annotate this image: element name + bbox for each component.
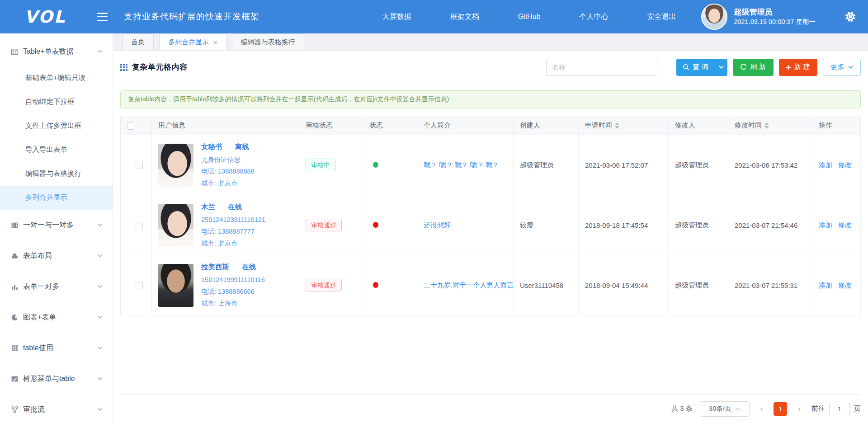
sidebar-item-0-0[interactable]: 基础表单+编辑只读: [0, 66, 113, 90]
header-nav-item-2[interactable]: GitHub: [518, 13, 541, 21]
edit-link[interactable]: 修改: [838, 221, 852, 229]
row-checkbox[interactable]: [136, 162, 143, 169]
sidebar-group-2[interactable]: 表单布局: [0, 240, 113, 271]
refresh-button-label: 刷 新: [750, 62, 766, 72]
sidebar-group-4[interactable]: 图表+表单: [0, 302, 113, 333]
add-link[interactable]: 添加: [819, 221, 832, 229]
chevron-down-icon: [736, 408, 740, 410]
user-presence: 离线: [235, 143, 249, 150]
tab-1[interactable]: 多列合并显示×: [159, 33, 226, 50]
menu-toggle-icon[interactable]: [97, 13, 108, 21]
column-header-4: 创建人: [514, 116, 579, 135]
page-size-select[interactable]: 30条/页: [700, 401, 750, 417]
column-header-2: 状态: [363, 116, 417, 135]
chevron-down-icon: [97, 284, 103, 289]
modifier-cell: 超级管理员: [669, 135, 728, 195]
sidebar-group-label: 表单布局: [23, 251, 97, 261]
status-dot: [373, 282, 378, 288]
refresh-button[interactable]: 刷 新: [733, 59, 773, 76]
prev-page-arrow[interactable]: ‹: [757, 404, 767, 414]
status-dot: [373, 222, 378, 228]
column-header-0: 用户信息: [152, 116, 299, 135]
user-phone: 电话: 1388886666: [201, 286, 265, 297]
sidebar-item-0-4[interactable]: 编辑器与表格换行: [0, 162, 113, 186]
settings-gear-icon[interactable]: [844, 11, 856, 23]
sidebar-group-1[interactable]: 一对一与一对多: [0, 210, 113, 240]
sidebar-group-0[interactable]: Table+单表数据: [0, 37, 113, 66]
main-area: 首页多列合并显示×编辑器与表格换行 复杂单元格内容 查 询: [113, 33, 868, 423]
sidebar-group-6[interactable]: 树形菜单与table: [0, 363, 113, 394]
user-photo: [158, 144, 193, 187]
sidebar-group-label: 树形菜单与table: [23, 374, 97, 384]
sort-caret-icon[interactable]: [615, 122, 619, 129]
tab-0[interactable]: 首页: [122, 33, 154, 50]
audit-status-tag: 审核通过: [306, 219, 342, 232]
modifier-cell: 超级管理员: [669, 255, 728, 315]
create-button-label: 新 建: [794, 62, 810, 72]
add-link[interactable]: 添加: [819, 161, 832, 169]
sidebar-item-0-1[interactable]: 自动绑定下拉框: [0, 90, 113, 114]
card-header: 复杂单元格内容 查 询: [120, 51, 861, 84]
row-checkbox[interactable]: [136, 282, 143, 289]
user-info-cell: 女秘书离线无身份证信息电话: 1388888888城市: 北京市: [158, 141, 299, 189]
sidebar-item-0-5[interactable]: 多列合并显示: [0, 186, 113, 210]
search-input[interactable]: [546, 59, 657, 76]
column-header-5[interactable]: 申请时间: [579, 116, 669, 135]
user-name-link[interactable]: 女秘书: [201, 143, 222, 150]
sort-caret-icon[interactable]: [764, 122, 769, 129]
edit-link[interactable]: 修改: [838, 161, 852, 169]
goto-unit: 页: [854, 404, 861, 413]
more-button[interactable]: 更多: [823, 59, 861, 76]
intro-link[interactable]: 二十九岁,对于一个人男人而言: [424, 281, 513, 290]
user-name-link[interactable]: 拉美西斯: [201, 263, 229, 271]
page-size-value: 30条/页: [709, 404, 731, 413]
goto-label: 前往: [811, 404, 825, 413]
chevron-down-icon: [848, 66, 853, 69]
goto-page-input[interactable]: [829, 402, 850, 416]
query-button[interactable]: 查 询: [676, 59, 727, 76]
column-header-label: 个人简介: [424, 121, 451, 129]
chevron-down-icon: [97, 222, 103, 228]
sidebar-group-5[interactable]: table使用: [0, 333, 113, 363]
header-nav-item-1[interactable]: 框架文档: [450, 12, 479, 22]
tab-label: 多列合并显示: [168, 38, 209, 47]
user-photo: [158, 204, 193, 247]
sidebar-item-0-2[interactable]: 文件上传多弹出框: [0, 114, 113, 138]
more-button-label: 更多: [830, 62, 844, 72]
header-nav-item-0[interactable]: 大屏数据: [382, 12, 411, 22]
create-button[interactable]: + 新 建: [779, 59, 817, 76]
column-header-7[interactable]: 修改时间: [728, 116, 812, 135]
intro-link[interactable]: 还没想好: [424, 221, 513, 230]
current-page-button[interactable]: 1: [774, 402, 787, 416]
sidebar-group-7[interactable]: 审批流: [0, 394, 113, 423]
content-card: 复杂单元格内容 查 询: [113, 51, 868, 423]
sidebar-group-label: Table+单表数据: [23, 47, 97, 56]
edit-link[interactable]: 修改: [838, 281, 852, 289]
tab-close-icon[interactable]: ×: [213, 38, 217, 46]
sidebar-item-0-3[interactable]: 导入导出表单: [0, 138, 113, 162]
header-nav-item-4[interactable]: 安全退出: [647, 12, 676, 22]
user-avatar[interactable]: [701, 4, 727, 30]
user-name-link[interactable]: 木兰: [201, 203, 215, 211]
creator-cell: User31110458: [514, 255, 579, 315]
add-link[interactable]: 添加: [819, 281, 832, 289]
tab-2[interactable]: 编辑器与表格换行: [232, 33, 304, 50]
modify-time-cell: 2021-03-06 17:53:42: [728, 135, 812, 195]
apply-time-cell: 2018-09-04 15:49:44: [579, 255, 669, 315]
grid-icon: [11, 344, 19, 352]
header-nav: 大屏数据框架文档GitHub个人中心安全退出: [382, 12, 676, 22]
bar-chart-icon: [11, 283, 19, 291]
user-presence: 在线: [228, 203, 242, 211]
row-checkbox[interactable]: [136, 222, 143, 229]
select-all-checkbox[interactable]: [127, 122, 134, 130]
table-icon: [11, 48, 19, 56]
search-icon: [683, 64, 689, 70]
intro-link[interactable]: 嗯？ 嗯？ 嗯？ 嗯？ 嗯？: [424, 161, 513, 169]
sidebar-group-label: 一对一与一对多: [23, 221, 97, 230]
next-page-arrow[interactable]: ›: [794, 404, 804, 414]
header-nav-item-3[interactable]: 个人中心: [579, 12, 608, 22]
query-dropdown-caret[interactable]: [715, 59, 727, 76]
sidebar-group-label: 表单一对多: [23, 282, 97, 291]
sidebar-group-3[interactable]: 表单一对多: [0, 271, 113, 302]
data-table: 用户信息审核状态状态个人简介创建人申请时间修改人修改时间操作 女秘书离线无身份证…: [120, 116, 861, 315]
